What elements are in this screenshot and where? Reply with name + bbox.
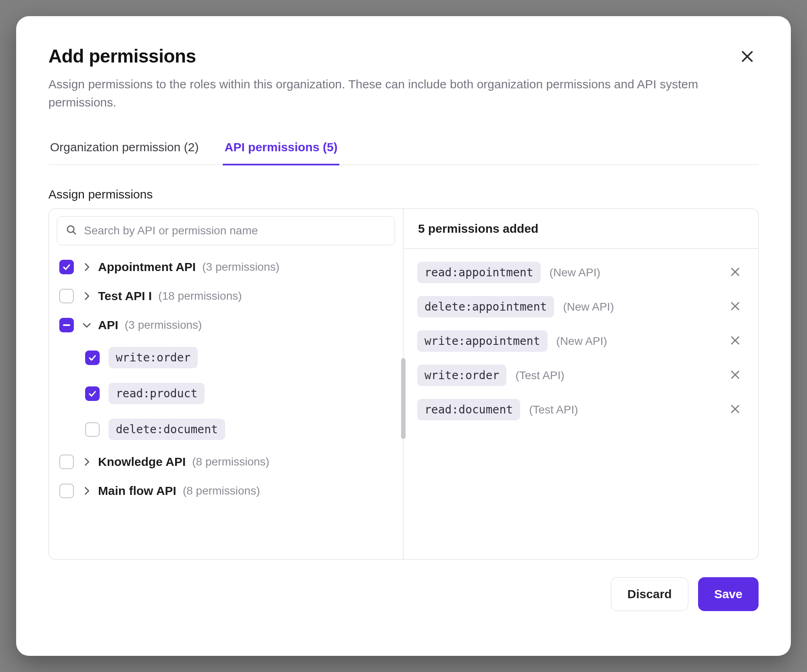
close-icon [729, 342, 741, 348]
search-input[interactable] [84, 224, 387, 237]
tree-row-test-api-i[interactable]: Test API I (18 permissions) [57, 282, 395, 311]
permission-count: (3 permissions) [125, 319, 202, 332]
permission-chip: delete:appointment [417, 296, 554, 317]
modal-header: Add permissions Assign permissions to th… [48, 45, 759, 111]
close-icon [729, 410, 741, 416]
permission-count: (18 permissions) [158, 290, 242, 303]
chevron-down-icon[interactable] [81, 319, 92, 331]
add-permissions-modal: Add permissions Assign permissions to th… [16, 16, 791, 656]
permission-chip: read:document [417, 399, 520, 420]
chevron-right-icon[interactable] [81, 261, 92, 273]
svg-line-3 [73, 232, 75, 234]
remove-button[interactable] [726, 297, 744, 317]
checkbox[interactable] [59, 260, 74, 274]
remove-button[interactable] [726, 400, 744, 419]
chevron-right-icon[interactable] [81, 456, 92, 467]
api-name: API [98, 318, 118, 332]
tree-row-api[interactable]: API (3 permissions) [57, 311, 395, 340]
permission-chip: write:order [417, 365, 506, 386]
permission-count: (3 permissions) [202, 261, 279, 273]
permission-chip: write:order [109, 347, 198, 368]
permission-source: (New API) [550, 266, 600, 279]
checkbox[interactable] [85, 386, 100, 401]
selected-row: delete:appointment (New API) [413, 290, 748, 324]
api-name: Test API I [98, 289, 152, 303]
tree-perm-read-product[interactable]: read:product [57, 376, 395, 411]
chevron-right-icon[interactable] [81, 485, 92, 497]
close-icon [739, 60, 755, 66]
discard-button[interactable]: Discard [611, 577, 688, 611]
permission-source: (New API) [556, 335, 607, 348]
search-box[interactable] [57, 216, 395, 245]
tabs: Organization permission (2) API permissi… [48, 131, 759, 165]
close-button[interactable] [736, 45, 759, 69]
selected-list: read:appointment (New API) delete:appoin… [404, 249, 758, 559]
checkbox[interactable] [59, 289, 74, 303]
remove-button[interactable] [726, 365, 744, 385]
checkbox[interactable] [59, 484, 74, 498]
tab-organization-permission[interactable]: Organization permission (2) [48, 131, 200, 165]
checkbox[interactable] [85, 422, 100, 437]
available-permissions-panel: Appointment API (3 permissions) Test API… [49, 209, 404, 559]
api-name: Main flow API [98, 484, 176, 498]
remove-button[interactable] [726, 263, 744, 282]
permission-chip: read:appointment [417, 262, 541, 283]
selected-row: read:appointment (New API) [413, 255, 748, 290]
modal-footer: Discard Save [48, 577, 759, 611]
close-icon [729, 273, 741, 279]
permission-source: (New API) [563, 301, 614, 313]
close-icon [729, 307, 741, 313]
permission-chip: delete:document [109, 419, 225, 440]
chevron-right-icon[interactable] [81, 290, 92, 302]
search-icon [65, 224, 77, 238]
tree-row-main-flow-api[interactable]: Main flow API (8 permissions) [57, 476, 395, 505]
selected-header: 5 permissions added [404, 209, 758, 249]
selected-row: write:appointment (New API) [413, 324, 748, 358]
permission-chip: read:product [109, 383, 205, 404]
close-icon [729, 376, 741, 382]
api-tree: Appointment API (3 permissions) Test API… [49, 253, 403, 559]
selected-row: write:order (Test API) [413, 358, 748, 392]
permission-count: (8 permissions) [183, 484, 260, 497]
permission-count: (8 permissions) [192, 455, 269, 468]
permission-source: (Test API) [529, 403, 578, 416]
tree-row-appointment-api[interactable]: Appointment API (3 permissions) [57, 253, 395, 282]
modal-subtitle: Assign permissions to the roles within t… [48, 75, 702, 111]
api-name: Appointment API [98, 260, 196, 274]
tree-perm-write-order[interactable]: write:order [57, 340, 395, 376]
checkbox[interactable] [85, 351, 100, 365]
scrollbar-thumb[interactable] [401, 358, 406, 439]
selected-row: read:document (Test API) [413, 392, 748, 427]
permission-chip: write:appointment [417, 330, 548, 352]
tree-perm-delete-document[interactable]: delete:document [57, 411, 395, 447]
assign-permissions-label: Assign permissions [48, 188, 759, 201]
remove-button[interactable] [726, 331, 744, 351]
permission-source: (Test API) [515, 369, 564, 382]
checkbox-indeterminate[interactable] [59, 318, 74, 332]
tab-api-permissions[interactable]: API permissions (5) [223, 131, 339, 165]
tree-row-knowledge-api[interactable]: Knowledge API (8 permissions) [57, 447, 395, 476]
checkbox[interactable] [59, 455, 74, 469]
selected-permissions-panel: 5 permissions added read:appointment (Ne… [404, 209, 758, 559]
modal-title: Add permissions [48, 45, 702, 67]
api-name: Knowledge API [98, 455, 186, 469]
save-button[interactable]: Save [698, 577, 759, 611]
permissions-panel: Appointment API (3 permissions) Test API… [48, 209, 759, 559]
